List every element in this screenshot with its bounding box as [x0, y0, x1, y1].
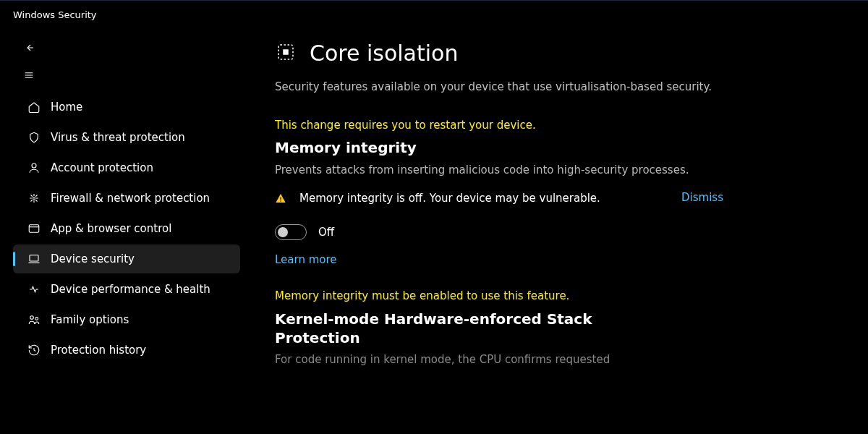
home-icon [27, 101, 51, 114]
back-arrow-icon [23, 42, 35, 54]
sidebar-item-label: Account protection [51, 161, 153, 174]
kernel-prereq-alert: Memory integrity must be enabled to use … [275, 289, 839, 302]
kernel-stack-description: For code running in kernel mode, the CPU… [275, 353, 723, 366]
svg-rect-2 [29, 225, 39, 233]
sidebar-item-firewall[interactable]: Firewall & network protection [13, 184, 240, 213]
sidebar-item-virus-threat[interactable]: Virus & threat protection [13, 123, 240, 152]
svg-rect-3 [30, 255, 38, 261]
sidebar-item-label: App & browser control [51, 222, 171, 235]
svg-point-5 [35, 318, 38, 320]
health-icon [27, 283, 51, 296]
family-icon [27, 313, 51, 326]
hamburger-button[interactable] [14, 62, 43, 88]
sidebar-item-label: Protection history [51, 344, 146, 357]
account-icon [27, 161, 51, 174]
back-button[interactable] [14, 35, 43, 61]
sidebar-item-account[interactable]: Account protection [13, 153, 240, 182]
sidebar-item-protection-history[interactable]: Protection history [13, 336, 240, 365]
memory-integrity-toggle[interactable] [275, 224, 307, 240]
main-content: Core isolation Security features availab… [246, 26, 868, 434]
window-title: Windows Security [0, 1, 868, 26]
learn-more-link[interactable]: Learn more [275, 253, 337, 266]
sidebar: Home Virus & threat protection Account p… [0, 26, 246, 434]
memory-integrity-description: Prevents attacks from inserting maliciou… [275, 162, 723, 179]
dismiss-link[interactable]: Dismiss [681, 191, 723, 204]
sidebar-item-device-security[interactable]: Device security [13, 244, 240, 273]
svg-rect-9 [280, 200, 281, 201]
svg-rect-8 [280, 197, 281, 200]
svg-rect-7 [283, 49, 289, 55]
kernel-stack-heading: Kernel-mode Hardware-enforced Stack Prot… [275, 310, 651, 347]
firewall-icon [27, 192, 51, 205]
sidebar-item-app-browser[interactable]: App & browser control [13, 214, 240, 243]
sidebar-item-label: Virus & threat protection [51, 131, 185, 144]
hamburger-icon [23, 69, 35, 81]
svg-point-1 [33, 197, 35, 200]
sidebar-item-label: Firewall & network protection [51, 192, 210, 205]
sidebar-item-label: Home [51, 101, 82, 114]
page-subtitle: Security features available on your devi… [275, 79, 723, 95]
sidebar-item-label: Device performance & health [51, 283, 210, 296]
nav-list: Home Virus & threat protection Account p… [7, 93, 246, 365]
svg-point-4 [30, 316, 34, 320]
page-title: Core isolation [310, 41, 458, 66]
warning-triangle-icon [275, 192, 286, 206]
shield-icon [27, 131, 51, 144]
sidebar-item-performance-health[interactable]: Device performance & health [13, 275, 240, 304]
memory-integrity-warning: Memory integrity is off. Your device may… [275, 191, 723, 207]
history-icon [27, 344, 51, 357]
toggle-state-label: Off [318, 226, 334, 239]
memory-integrity-heading: Memory integrity [275, 139, 839, 156]
device-icon [27, 252, 51, 265]
warning-text: Memory integrity is off. Your device may… [299, 191, 639, 207]
sidebar-item-home[interactable]: Home [13, 93, 240, 122]
sidebar-item-label: Device security [51, 252, 135, 265]
svg-point-0 [32, 163, 36, 168]
sidebar-item-label: Family options [51, 313, 129, 326]
restart-required-alert: This change requires you to restart your… [275, 119, 839, 132]
app-browser-icon [27, 222, 51, 235]
core-isolation-icon [275, 41, 297, 65]
sidebar-item-family[interactable]: Family options [13, 305, 240, 334]
